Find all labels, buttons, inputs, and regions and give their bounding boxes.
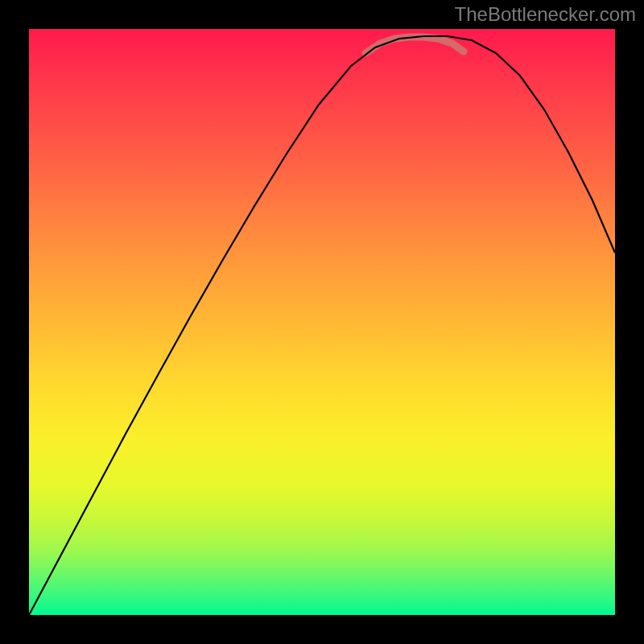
watermark-text: TheBottlenecker.com [455,3,636,26]
plot-area [29,29,615,615]
curve-svg [29,29,615,615]
bottleneck-curve [29,36,615,615]
